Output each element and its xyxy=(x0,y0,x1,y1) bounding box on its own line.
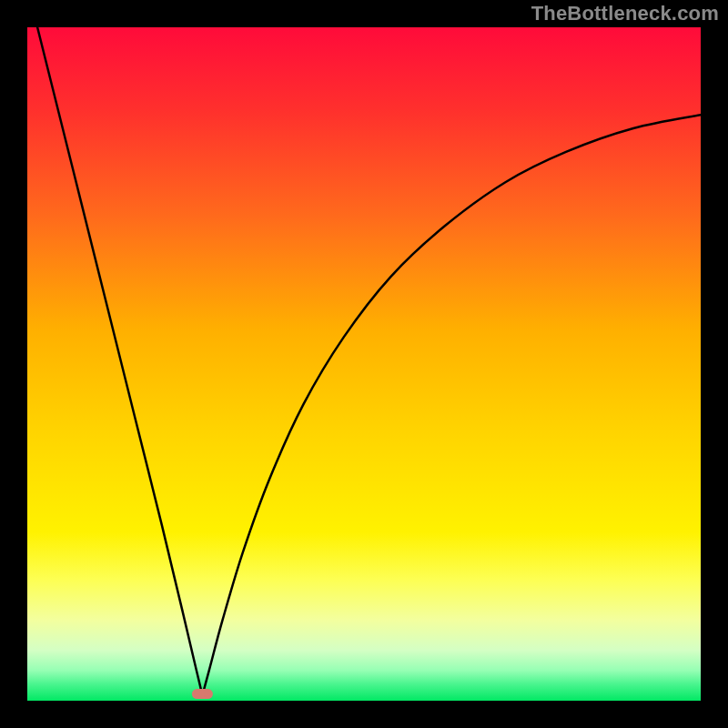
bottleneck-curve xyxy=(27,27,701,701)
minimum-marker xyxy=(192,689,212,700)
watermark-text: TheBottleneck.com xyxy=(531,2,719,25)
chart-frame: TheBottleneck.com xyxy=(0,0,728,728)
plot-area xyxy=(27,27,701,701)
